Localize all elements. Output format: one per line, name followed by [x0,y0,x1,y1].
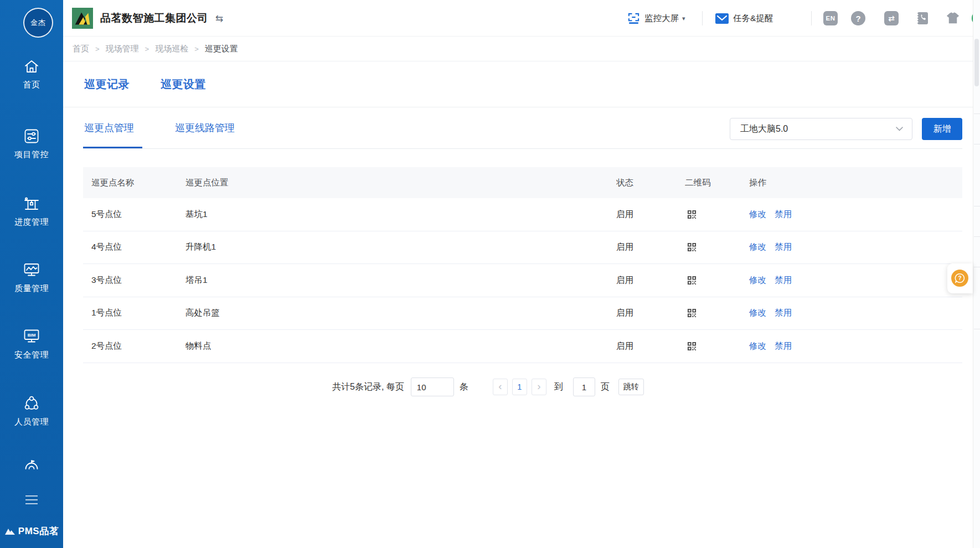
sidebar-item-personnel[interactable]: 人员管理 [0,395,63,427]
divider [702,11,703,25]
sidebar-item-quality[interactable]: 质量管理 [0,261,63,294]
sidebar-item-label: 质量管理 [0,283,63,294]
tab-patrol-records[interactable]: 巡更记录 [84,77,130,92]
qrcode-icon[interactable] [687,276,697,285]
people-network-icon [0,395,63,413]
app-window: 金杰 首页 项目管控 [0,0,980,548]
divider [83,148,962,149]
table-row: 1号点位 高处吊篮 启用 修改 禁用 [83,297,962,330]
pagination-unit: 条 [460,381,468,393]
next-page-button[interactable]: › [532,379,546,395]
tab-patrol-settings[interactable]: 巡更设置 [161,77,206,92]
point-name: 1号点位 [83,307,185,319]
table-header-row: 巡更点名称 巡更点位置 状态 二维码 操作 [83,167,962,198]
breadcrumb-site-management[interactable]: 现场管理 [106,44,139,54]
sidebar: 金杰 首页 项目管控 [0,0,63,548]
sidebar-item-more[interactable] [0,458,63,477]
sliders-icon [0,127,63,146]
chevron-down-icon: ▾ [682,15,685,22]
avatar-name: 金杰 [30,18,46,28]
breadcrumb-home[interactable]: 首页 [73,44,89,54]
edit-link[interactable]: 修改 [749,307,766,319]
col-header-name: 巡更点名称 [83,177,185,189]
project-select[interactable]: 工地大脑5.0 [730,118,912,140]
vertical-scrollbar[interactable] [973,0,980,548]
col-header-actions: 操作 [749,177,962,189]
disable-link[interactable]: 禁用 [775,241,792,253]
qrcode-icon[interactable] [687,242,697,252]
breadcrumb-current: 巡更设置 [205,44,238,54]
disable-link[interactable]: 禁用 [775,209,792,220]
pms-mountain-icon [4,527,16,535]
monitor-screen-menu[interactable]: 监控大屏 ▾ [627,0,685,37]
monitor-chart-icon [0,261,63,280]
breadcrumb-separator: > [194,45,199,53]
point-status: 启用 [616,275,685,286]
goto-label: 到 [554,381,563,393]
prev-page-button[interactable]: ‹ [493,379,508,395]
tasks-reminders-menu[interactable]: 任务&提醒 [715,0,773,37]
pagination-summary: 共计5条记录, 每页 [332,381,404,393]
point-name: 3号点位 [83,275,185,286]
edit-link[interactable]: 修改 [749,340,766,352]
edit-link[interactable]: 修改 [749,275,766,286]
sidebar-item-safety[interactable]: BIM 安全管理 [0,328,63,360]
pms-logo-text: PMS品茗 [18,525,59,537]
sidebar-item-home[interactable]: 首页 [0,58,63,90]
col-header-qrcode: 二维码 [685,177,749,189]
disable-link[interactable]: 禁用 [775,307,792,319]
patrol-points-table: 巡更点名称 巡更点位置 状态 二维码 操作 5号点位 基坑1 启用 修改 禁用 … [83,167,962,363]
sidebar-item-project-control[interactable]: 项目管控 [0,127,63,160]
breadcrumb-site-inspection[interactable]: 现场巡检 [155,44,188,54]
table-row: 5号点位 基坑1 启用 修改 禁用 [83,198,962,231]
page-word: 页 [601,381,610,393]
add-button[interactable]: 新增 [922,118,962,140]
sidebar-item-label: 进度管理 [0,217,63,228]
point-status: 启用 [616,241,685,253]
point-location: 物料点 [185,340,616,352]
switch-company-icon[interactable]: ⇆ [215,13,223,24]
disable-link[interactable]: 禁用 [775,275,792,286]
floating-help-button[interactable]: ? [947,263,973,293]
point-status: 启用 [616,209,685,220]
divider [811,11,812,25]
sidebar-item-progress[interactable]: 进度管理 [0,195,63,228]
point-location: 高处吊篮 [185,307,616,319]
goto-page-input[interactable] [573,378,595,396]
brand-group: 品茗数智施工集团公司 ⇆ [72,0,223,37]
sidebar-collapse-button[interactable] [0,495,63,504]
page-number-button[interactable]: 1 [512,379,527,395]
language-toggle[interactable]: EN [823,11,838,25]
bim-monitor-icon: BIM [0,328,63,347]
qrcode-icon[interactable] [687,210,697,219]
project-select-value: 工地大脑5.0 [740,123,896,135]
contacts-icon[interactable] [915,11,929,25]
qrcode-icon[interactable] [687,308,697,318]
jump-button[interactable]: 跳转 [618,379,644,395]
disable-link[interactable]: 禁用 [775,340,792,352]
point-location: 塔吊1 [185,275,616,286]
help-icon[interactable]: ? [851,11,865,25]
user-avatar[interactable]: 金杰 [23,8,53,38]
tasks-reminders-label: 任务&提醒 [733,13,773,24]
point-status: 启用 [616,340,685,352]
sidebar-item-label: 人员管理 [0,417,63,427]
subtab-patrol-points[interactable]: 巡更点管理 [84,121,134,135]
point-name: 4号点位 [83,241,185,253]
edit-link[interactable]: 修改 [749,241,766,253]
sidebar-item-label: 项目管控 [0,149,63,160]
page-tabs: 巡更记录 巡更设置 [84,61,206,107]
refresh-icon[interactable]: ⇄ [884,11,899,25]
scrollbar-thumb[interactable] [974,39,979,86]
page-size-input[interactable] [411,378,454,396]
svg-text:?: ? [958,275,961,281]
crane-icon [0,195,63,214]
breadcrumb: 首页 > 现场管理 > 现场巡检 > 巡更设置 [63,37,980,61]
point-location: 升降机1 [185,241,616,253]
qrcode-icon[interactable] [687,342,697,351]
subtab-patrol-routes[interactable]: 巡更线路管理 [175,121,235,135]
col-header-location: 巡更点位置 [185,177,616,189]
edit-link[interactable]: 修改 [749,209,766,220]
theme-shirt-icon[interactable] [946,11,960,25]
svg-text:BIM: BIM [28,333,36,338]
